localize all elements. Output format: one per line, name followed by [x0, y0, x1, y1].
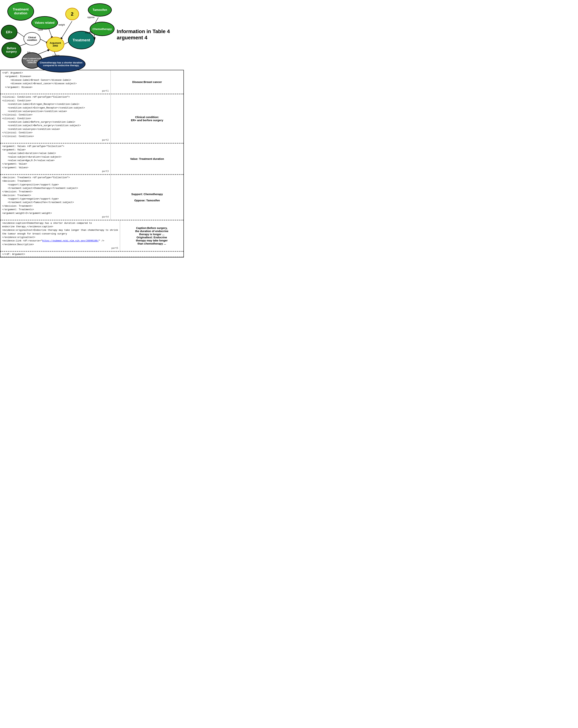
- part2-row: <clinical: Conditions rdf:parseType="Col…: [0, 94, 183, 143]
- edge-label-oppose: oppose: [87, 16, 95, 19]
- node-chemotherapy: Chemotherapy: [90, 22, 114, 36]
- diagram-section: Treatment duration Values related ER+ Be…: [0, 0, 184, 70]
- part1-xml: <rdf: Argument> <argument: Disease> <dis…: [0, 70, 111, 94]
- node-tamoxifen: Tamoxifen: [88, 3, 112, 17]
- part3-xml: <argument: Values rdf:parseType="Collect…: [0, 144, 111, 174]
- info-title: Information in Table 4 arguement 4: [117, 28, 181, 41]
- edge-label-value: value: [38, 28, 43, 31]
- node-values-related: Values related: [31, 16, 58, 29]
- main-container: Treatment duration Values related ER+ Be…: [0, 0, 184, 257]
- part2-desc-text: Clinical condition:ER+ and berfore surge…: [131, 115, 163, 122]
- node-caption: Chemotherapy has a shorter duration comp…: [37, 55, 85, 73]
- part4-description: Support: ChemotherapyOppose: Tamoxifen: [111, 175, 183, 220]
- edge-label-caption: caption: [52, 54, 59, 57]
- part5-description: Caption:Before surgery,the duration of e…: [120, 220, 183, 251]
- xml-footer: </rdf: Argument>: [0, 252, 183, 257]
- part3-desc-text: Value: Treatment duration: [130, 157, 164, 160]
- node-number-2: 2: [65, 8, 79, 20]
- part4-xml: <decision: Treatments rdf:parseType="Col…: [0, 175, 111, 220]
- part1-row: <rdf: Argument> <argument: Disease> <dis…: [0, 70, 183, 94]
- node-clinical-condition: Clinical condition: [24, 32, 41, 46]
- edge-label-link: link: [27, 51, 30, 54]
- edge-label-weight: weight: [58, 24, 65, 26]
- part5-row: <evidence:caption>Chemotherapy has a sho…: [0, 220, 183, 251]
- part2-description: Clinical condition:ER+ and berfore surge…: [111, 94, 183, 143]
- edge-label-support: support: [85, 31, 92, 34]
- info-panel: Information in Table 4 arguement 4: [114, 0, 184, 70]
- structured-table: <rdf: Argument> <argument: Disease> <dis…: [0, 70, 184, 257]
- part4-row: <decision: Treatments rdf:parseType="Col…: [0, 175, 183, 220]
- node-treatment-duration: Treatment duration: [7, 2, 34, 21]
- part1-description: Disease:Breast cancer: [111, 70, 183, 94]
- part5-desc-text: Caption:Before surgery,the duration of e…: [135, 226, 168, 245]
- part3-description: Value: Treatment duration: [111, 144, 183, 174]
- node-er-plus: ER+: [1, 25, 18, 40]
- part5-xml: <evidence:caption>Chemotherapy has a sho…: [0, 220, 120, 251]
- part1-desc-text: Disease:Breast cancer: [132, 80, 162, 83]
- part2-xml: <clinical: Conditions rdf:parseType="Col…: [0, 94, 111, 143]
- diagram-canvas: Treatment duration Values related ER+ Be…: [0, 0, 114, 70]
- svg-line-3: [49, 28, 52, 38]
- part3-row: <argument: Values rdf:parseType="Collect…: [0, 144, 183, 175]
- node-before-surgery: Before surgery: [1, 42, 21, 58]
- part4-desc-text: Support: ChemotherapyOppose: Tamoxifen: [131, 192, 163, 202]
- node-argument-2002: Argument 2002: [46, 37, 64, 52]
